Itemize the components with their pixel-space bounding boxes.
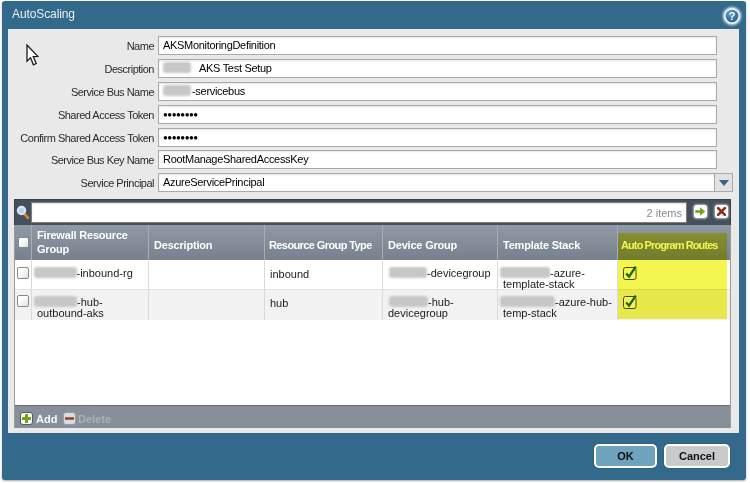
svg-text:?: ? xyxy=(729,10,736,22)
